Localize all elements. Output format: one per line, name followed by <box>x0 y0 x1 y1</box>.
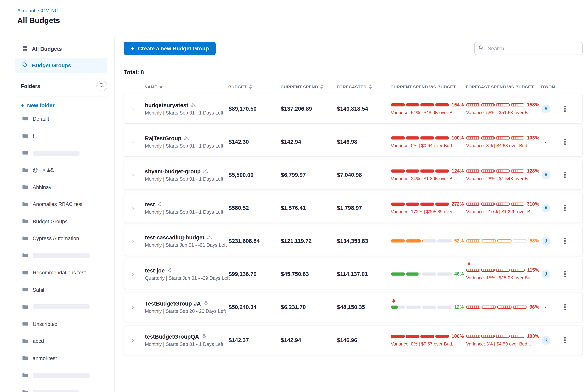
chevron-right-icon[interactable]: › <box>132 171 140 179</box>
variance-text: Variance: 15% | $15.0K over Bu... <box>466 275 539 280</box>
folder-item[interactable]: ! <box>14 128 107 144</box>
page-header: Account: CCM-NG All Budgets <box>0 0 588 36</box>
kebab-menu-icon[interactable] <box>561 136 569 147</box>
budget-group-row: ›budgetsuryatestMonthly | Starts Sep 01 … <box>124 94 582 124</box>
forecast-vs-budget-bar <box>466 269 524 272</box>
name-cell: testMonthly | Starts Sep 01 - 1 Days Lef… <box>145 201 229 215</box>
budget-group-row: ›test-cascading-budgetMonthly | Starts J… <box>124 226 582 256</box>
chevron-right-icon[interactable]: › <box>132 303 140 311</box>
search-input[interactable] <box>487 45 578 52</box>
chevron-right-icon[interactable]: › <box>132 204 140 212</box>
current-vs-budget-bar <box>391 136 449 140</box>
column-header-by-on: BY/ON <box>541 84 560 89</box>
sidebar: All BudgetsBudget Groups Folders + New f… <box>0 36 114 392</box>
folder-list: Default!@ . > &&AbhinavAnomalies RBAC te… <box>14 110 107 392</box>
folder-item[interactable]: anmol-test <box>14 350 107 367</box>
folder-item[interactable]: Abhinav <box>14 179 107 196</box>
folder-item[interactable]: Recommendations test <box>14 264 107 281</box>
kebab-menu-icon[interactable] <box>561 335 569 346</box>
hierarchy-icon <box>158 201 162 208</box>
spend-percentage: 103% <box>527 334 539 339</box>
kebab-menu-icon[interactable] <box>561 269 569 280</box>
kebab-menu-icon[interactable] <box>561 104 569 114</box>
toolbar: + Create a new Budget Group <box>124 42 582 55</box>
kebab-menu-icon[interactable] <box>561 170 569 180</box>
search-icon <box>478 45 484 52</box>
chevron-right-icon[interactable]: › <box>132 336 140 344</box>
variance-text: Variance: 0% | $0.64 over Bud... <box>391 143 464 148</box>
folder-item[interactable]: Anomalies RBAC test <box>14 196 107 213</box>
hierarchy-icon <box>167 267 172 274</box>
avatar: K <box>542 336 550 344</box>
name-cell: shyam-budget-groupMonthly | Starts Sep 0… <box>145 168 229 182</box>
current-value: $1,576.41 <box>281 205 337 211</box>
folder-item[interactable]: abcd <box>14 332 107 350</box>
column-header-current-spend[interactable]: CURRENT SPEND <box>280 84 337 89</box>
name-cell: budgetsuryatestMonthly | Starts Sep 01 -… <box>145 102 229 116</box>
by-on-empty: - <box>542 304 546 310</box>
main-content: + Create a new Budget Group Total: 8 NAM… <box>114 36 588 392</box>
spend-percentage: 310% <box>527 202 539 207</box>
variance-text: Variance: 3% | $4.68 over Bud... <box>466 143 539 148</box>
folder-icon <box>22 133 28 139</box>
kebab-menu-icon[interactable] <box>561 302 569 312</box>
chevron-right-icon[interactable]: › <box>132 270 140 278</box>
new-folder-label: New folder <box>27 102 54 108</box>
new-folder-button[interactable]: + New folder <box>21 102 107 109</box>
current-vs-budget-block: 124%Variance: 24% | $1.30K over B... <box>391 168 466 182</box>
budget-period: Monthly | Starts Sep 01 - 1 Days Left <box>145 210 229 215</box>
variance-text: Variance: 28% | $1.54K over B... <box>466 176 539 182</box>
column-header-budget[interactable]: BUDGET <box>228 84 280 89</box>
spend-percentage: 100% <box>452 334 464 339</box>
account-breadcrumb-link[interactable]: Account: CCM-NG <box>17 8 588 14</box>
folder-item[interactable]: @ . > && <box>14 162 107 179</box>
alert-bell-icon <box>392 299 396 303</box>
folder-icon <box>22 390 28 392</box>
current-vs-budget-bar <box>391 272 452 276</box>
folder-item[interactable]: Unscripted <box>14 316 107 332</box>
column-header-label: CURRENT SPEND V/S BUDGET <box>390 84 456 89</box>
chevron-right-icon[interactable]: › <box>132 237 140 245</box>
current-value: $142.94 <box>281 337 337 343</box>
current-value: $137,206.89 <box>281 106 337 112</box>
sidebar-item-all-budgets[interactable]: All Budgets <box>14 41 107 56</box>
budget-group-row: ›testBudgetGroupQAMonthly | Starts Sep 0… <box>124 325 582 355</box>
kebab-menu-icon[interactable] <box>561 203 569 213</box>
forecast-value: $114,137.91 <box>337 271 391 277</box>
variance-text: Variance: 24% | $1.30K over B... <box>391 176 464 182</box>
column-header-forecasted[interactable]: FORECASTED <box>337 84 390 89</box>
budget-value: $580.52 <box>229 205 281 211</box>
folder-item[interactable]: Default <box>14 110 107 128</box>
by-on-empty: - <box>542 139 546 145</box>
column-header-name[interactable]: NAME <box>144 84 228 89</box>
folder-icon <box>22 150 28 156</box>
budget-group-name: test-joe <box>145 268 165 274</box>
budget-group-row: ›testMonthly | Starts Sep 01 - 1 Days Le… <box>124 193 582 223</box>
spend-percentage: 46% <box>454 271 464 277</box>
forecast-value: $140,818.54 <box>337 106 391 112</box>
page-title: All Budgets <box>17 16 588 25</box>
forecast-vs-budget-bar <box>466 335 524 338</box>
folder-item[interactable]: Budget Groups <box>14 213 107 230</box>
sidebar-item-budget-groups[interactable]: Budget Groups <box>14 58 107 73</box>
folder-item-label: abcd <box>33 338 44 344</box>
folder-search-button[interactable] <box>96 81 107 92</box>
folder-item[interactable]: Sahil <box>14 281 107 298</box>
budget-group-row: ›TestBudgetGroup-JAMonthly | Starts Sep … <box>124 292 582 322</box>
forecast-vs-budget-bar <box>466 306 527 308</box>
current-vs-budget-bar <box>391 202 449 206</box>
folder-item[interactable]: Cypress Automation <box>14 230 107 247</box>
current-vs-budget-bar <box>391 335 449 338</box>
sidebar-item-label: All Budgets <box>32 46 62 52</box>
variance-text: Variance: 58% | $51.6K over B... <box>466 110 539 115</box>
current-value: $121,119.72 <box>281 238 337 244</box>
column-header-label: NAME <box>144 84 157 89</box>
avatar: J <box>542 270 550 278</box>
kebab-menu-icon[interactable] <box>561 236 569 246</box>
chevron-right-icon[interactable]: › <box>132 138 140 146</box>
chevron-right-icon[interactable]: › <box>132 105 140 112</box>
create-budget-group-button[interactable]: + Create a new Budget Group <box>124 42 216 55</box>
budget-value: $50,240.34 <box>229 304 281 310</box>
hierarchy-icon <box>204 300 208 307</box>
folder-item-label: Cypress Automation <box>33 236 79 242</box>
